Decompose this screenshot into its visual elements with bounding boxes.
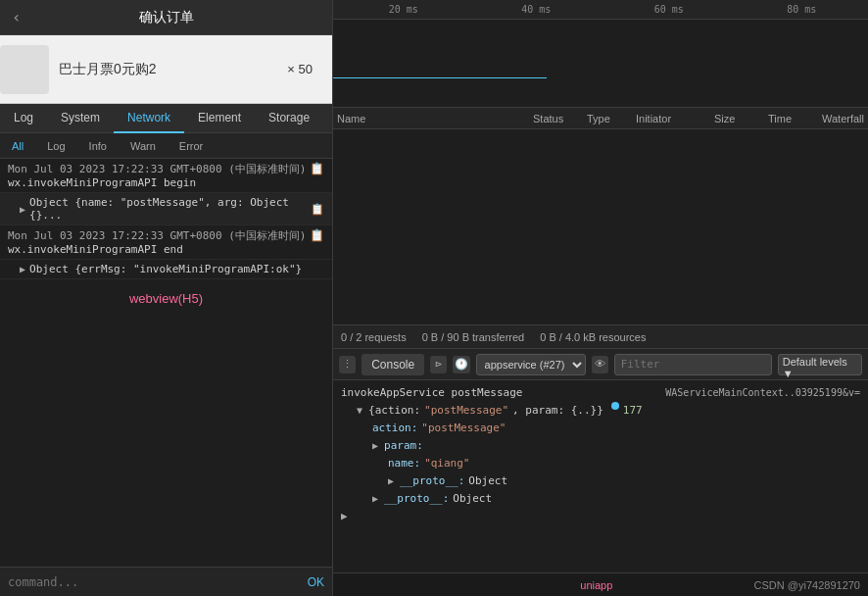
entry-1-sub: ▶ Object {name: "postMessage", arg: Obje… — [0, 193, 332, 225]
preview-price: × 50 — [287, 62, 313, 76]
co-line-3: action: "postMessage" — [341, 420, 860, 437]
col-header-initiator: Initiator — [636, 113, 714, 124]
command-input[interactable] — [8, 575, 308, 589]
clock-icon[interactable]: 🕐 — [453, 356, 469, 373]
right-panel: 20 ms 40 ms 60 ms 80 ms Name Status Type… — [333, 0, 868, 596]
back-button[interactable]: ‹ — [12, 8, 22, 26]
eye-icon[interactable]: 👁 — [592, 356, 608, 373]
entry-1-sub-obj[interactable]: ▶ Object {name: "postMessage", arg: Obje… — [8, 196, 324, 222]
tab-system[interactable]: System — [47, 104, 114, 133]
webview-label: webview(H5) — [0, 279, 332, 318]
ruler-mark-3: 60 ms — [603, 4, 736, 15]
footer-transferred: 0 B / 90 B transferred — [422, 331, 525, 343]
appservice-select[interactable]: appservice (#27) — [476, 354, 586, 375]
uniapp-label: uniapp — [439, 579, 754, 591]
copy-icon-1[interactable]: 📋 — [310, 162, 324, 175]
csdn-label: CSDN @yi742891270 — [754, 579, 860, 591]
left-panel: ‹ 确认订单 巴士月票0元购2 × 50 Log System Network … — [0, 0, 333, 596]
expand-arrow-2[interactable]: ▶ — [20, 264, 25, 274]
preview-icon — [0, 45, 49, 94]
console-output: invokeAppService postMessage WAServiceMa… — [333, 380, 868, 572]
col-header-size: Size — [714, 113, 768, 124]
top-bar: ‹ 确认订单 — [0, 0, 332, 35]
co-line-6: ▶ __proto__: Object — [341, 472, 860, 490]
expand-param-arrow[interactable]: ▶ — [372, 437, 378, 455]
footer-requests: 0 / 2 requests — [341, 331, 407, 343]
timeline-line — [333, 77, 547, 78]
filter-error[interactable]: Error — [168, 133, 215, 159]
timeline-graph — [333, 20, 868, 108]
command-row: OK — [0, 567, 332, 596]
forward-icon[interactable]: ⊳ — [430, 356, 447, 373]
col-header-status: Status — [533, 113, 587, 124]
expand-more-arrow[interactable]: ▶ — [341, 508, 348, 525]
tab-element[interactable]: Element — [184, 104, 255, 133]
entry-2-sub-obj[interactable]: ▶ Object {errMsg: "invokeMiniProgramAPI:… — [8, 263, 324, 275]
default-levels-dropdown[interactable]: Default levels ▼ — [778, 354, 862, 375]
expand-proto1-arrow[interactable]: ▶ — [388, 472, 394, 490]
filter-log[interactable]: Log — [35, 133, 76, 159]
network-table-header: Name Status Type Initiator Size Time Wat… — [333, 108, 868, 129]
co-line-7: ▶ __proto__: Object — [341, 490, 860, 508]
entry-2-timestamp: Mon Jul 03 2023 17:22:33 GMT+0800 (中国标准时… — [8, 228, 324, 243]
copy-icon-1b[interactable]: 📋 — [311, 203, 324, 216]
entry-1-main: wx.invokeMiniProgramAPI begin — [8, 176, 324, 189]
preview-item-text: 巴士月票0元购2 — [59, 61, 157, 78]
blue-dot — [611, 402, 619, 410]
co-line-1: invokeAppService postMessage WAServiceMa… — [341, 384, 860, 402]
expand-arrow-1[interactable]: ▶ — [20, 204, 25, 215]
ruler-mark-2: 40 ms — [470, 4, 603, 15]
filter-warn[interactable]: Warn — [119, 133, 168, 159]
co-invoke-label: invokeAppService postMessage — [341, 384, 522, 402]
col-header-name: Name — [337, 113, 533, 124]
tab-storage[interactable]: Storage — [255, 104, 323, 133]
expand-arrow-obj[interactable]: ▼ — [357, 402, 362, 420]
tab-log[interactable]: Log — [0, 104, 47, 133]
timeline-area: 20 ms 40 ms 60 ms 80 ms — [333, 0, 868, 108]
filter-input[interactable] — [614, 354, 772, 375]
col-header-type: Type — [587, 113, 636, 124]
co-line-4: ▶ param: — [341, 437, 860, 455]
footer-resources: 0 B / 4.0 kB resources — [540, 331, 646, 343]
entry-2-main: wx.invokeMiniProgramAPI end — [8, 243, 324, 256]
expand-proto2-arrow[interactable]: ▶ — [372, 490, 378, 508]
col-header-waterfall: Waterfall — [822, 113, 864, 124]
col-header-time: Time — [768, 113, 822, 124]
ok-button[interactable]: OK — [308, 575, 324, 589]
devtools-tabs: Log System Network Element Storage — [0, 104, 332, 133]
timeline-ruler: 20 ms 40 ms 60 ms 80 ms — [333, 0, 868, 20]
entry-2: Mon Jul 03 2023 17:22:33 GMT+0800 (中国标准时… — [0, 225, 332, 260]
menu-icon[interactable]: ⋮ — [339, 356, 356, 373]
filter-info[interactable]: Info — [77, 133, 119, 159]
network-footer: 0 / 2 requests 0 B / 90 B transferred 0 … — [333, 325, 868, 349]
console-tab-button[interactable]: Console — [362, 354, 424, 375]
filter-all[interactable]: All — [0, 133, 35, 159]
tab-network[interactable]: Network — [114, 104, 184, 133]
copy-icon-2[interactable]: 📋 — [310, 228, 324, 242]
entry-1: Mon Jul 03 2023 17:22:33 GMT+0800 (中国标准时… — [0, 159, 332, 193]
co-line-8: ▶ — [341, 508, 860, 525]
co-ref-label: WAServiceMainContext..03925199&v= — [665, 384, 860, 402]
page-preview: 巴士月票0元购2 × 50 — [0, 35, 332, 104]
console-toolbar: ⋮ Console ⊳ 🕐 appservice (#27) 👁 Default… — [333, 349, 868, 380]
co-line-2: ▼ {action: "postMessage" , param: {..}} … — [341, 402, 860, 420]
co-line-5: name: "qiang" — [341, 455, 860, 472]
entry-1-timestamp: Mon Jul 03 2023 17:22:33 GMT+0800 (中国标准时… — [8, 162, 324, 176]
page-title: 确认订单 — [139, 9, 194, 26]
ruler-mark-4: 80 ms — [736, 4, 869, 15]
bottom-watermark: uniapp CSDN @yi742891270 — [333, 572, 868, 596]
entry-2-sub: ▶ Object {errMsg: "invokeMiniProgramAPI:… — [0, 260, 332, 279]
ruler-marks: 20 ms 40 ms 60 ms 80 ms — [337, 4, 868, 15]
console-entries: Mon Jul 03 2023 17:22:33 GMT+0800 (中国标准时… — [0, 159, 332, 567]
filter-row: All Log Info Warn Error — [0, 133, 332, 159]
network-body — [333, 129, 868, 325]
ruler-mark-1: 20 ms — [337, 4, 470, 15]
